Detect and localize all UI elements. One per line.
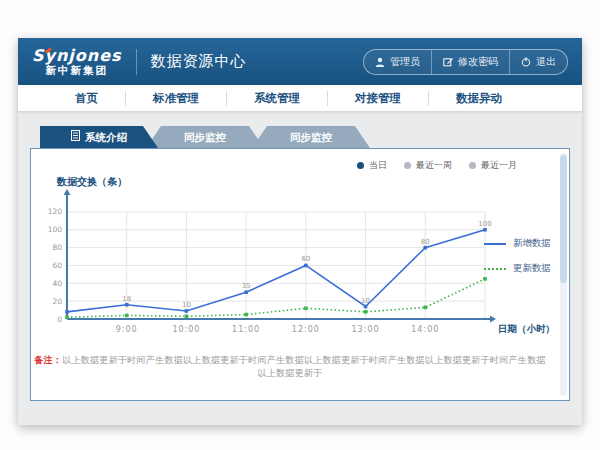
y-axis-title: 数据交换（条） <box>57 175 127 189</box>
nav-item-system-mgmt[interactable]: 系统管理 <box>226 91 327 106</box>
radio-dot-icon <box>357 162 364 169</box>
nav-item-standard-mgmt[interactable]: 标准管理 <box>125 91 226 106</box>
document-icon <box>71 126 80 148</box>
page-title: 数据资源中心 <box>151 52 247 71</box>
legend-item-new-data: 新增数据 <box>484 237 551 250</box>
user-actions: 管理员 修改密码 退出 <box>363 49 568 75</box>
user-button-label: 管理员 <box>390 55 420 69</box>
tab-sync-monitor-2[interactable]: 同步监控 <box>252 126 370 148</box>
user-button[interactable]: 管理员 <box>364 50 431 74</box>
tab-sync-monitor-1[interactable]: 同步监控 <box>146 126 264 148</box>
svg-text:120: 120 <box>48 207 63 216</box>
legend-item-update-data: 更新数据 <box>484 262 551 275</box>
svg-text:100: 100 <box>478 220 491 228</box>
svg-text:12:00: 12:00 <box>292 325 320 334</box>
svg-text:10: 10 <box>182 301 191 309</box>
svg-text:14:00: 14:00 <box>411 325 439 334</box>
svg-text:13:00: 13:00 <box>352 325 380 334</box>
nav-item-data-change[interactable]: 数据异动 <box>428 91 529 106</box>
nav-item-integration-mgmt[interactable]: 对接管理 <box>327 91 428 106</box>
dotted-line-icon <box>484 268 506 270</box>
svg-text:20: 20 <box>52 297 62 306</box>
solid-line-icon <box>484 243 506 245</box>
svg-text:10: 10 <box>361 297 370 305</box>
power-icon <box>521 57 531 67</box>
panel-scrollbar <box>560 153 567 396</box>
svg-text:日期（小时）: 日期（小时） <box>498 323 555 335</box>
svg-text:11:00: 11:00 <box>232 325 260 334</box>
footnote-text: 以上数据更新于时间产生数据以上数据更新于时间产生数据以上数据更新于时间产生数据以… <box>62 355 546 378</box>
radio-dot-icon <box>404 162 411 169</box>
chart-legend: 新增数据 更新数据 <box>484 237 551 275</box>
logout-button[interactable]: 退出 <box>509 50 567 74</box>
svg-text:60: 60 <box>301 255 310 263</box>
radio-dot-icon <box>469 162 476 169</box>
main-nav: 首页 标准管理 系统管理 对接管理 数据异动 <box>18 85 582 112</box>
svg-text:9:00: 9:00 <box>116 325 138 334</box>
radio-today[interactable]: 当日 <box>357 159 387 172</box>
svg-text:80: 80 <box>52 243 62 252</box>
svg-text:100: 100 <box>48 225 63 234</box>
tab-bar: 系统介绍 同步监控 同步监控 <box>40 126 570 148</box>
content-area: 系统介绍 同步监控 同步监控 当日 最近一周 最近一月 数据交换 <box>18 112 582 401</box>
svg-text:10:00: 10:00 <box>172 325 200 334</box>
nav-item-home[interactable]: 首页 <box>48 91 125 106</box>
app-header: Synjones 新中新集团 数据资源中心 管理员 修改密码 <box>18 38 582 85</box>
logout-label: 退出 <box>536 55 556 69</box>
logo-subtext: 新中新集团 <box>32 65 122 77</box>
svg-text:35: 35 <box>242 282 251 290</box>
app-window: Synjones 新中新集团 数据资源中心 管理员 修改密码 <box>18 38 582 425</box>
radio-last-month[interactable]: 最近一月 <box>469 159 517 172</box>
scrollbar-thumb[interactable] <box>560 155 567 283</box>
svg-text:40: 40 <box>52 279 62 288</box>
user-icon <box>375 57 385 67</box>
radio-last-week[interactable]: 最近一周 <box>404 159 452 172</box>
edit-icon <box>443 57 453 67</box>
change-password-label: 修改密码 <box>458 55 498 69</box>
footnote-prefix: 备注： <box>34 355 62 365</box>
change-password-button[interactable]: 修改密码 <box>431 50 509 74</box>
chart-panel: 当日 最近一周 最近一月 数据交换（条） 0204060801001209:00… <box>30 148 570 401</box>
brand-logo: Synjones 新中新集团 <box>32 47 122 76</box>
svg-text:60: 60 <box>52 261 62 270</box>
time-range-filter: 当日 最近一周 最近一月 <box>357 159 517 172</box>
svg-text:18: 18 <box>122 295 131 303</box>
tab-system-intro[interactable]: 系统介绍 <box>40 126 158 148</box>
tab-label: 系统介绍 <box>85 126 127 148</box>
footnote: 备注：以上数据更新于时间产生数据以上数据更新于时间产生数据以上数据更新于时间产生… <box>31 354 549 380</box>
svg-text:0: 0 <box>57 315 62 324</box>
svg-text:80: 80 <box>421 238 430 246</box>
header-divider <box>136 49 137 75</box>
